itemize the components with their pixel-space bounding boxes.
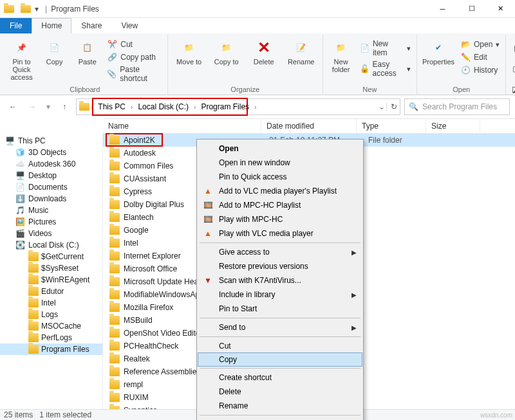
tab-view[interactable]: View <box>111 18 147 33</box>
address-bar[interactable]: › This PC›Local Disk (C:)›Program Files›… <box>76 98 400 115</box>
pin-icon: 📌 <box>12 39 32 57</box>
ctx-give-access[interactable]: Give access to▶ <box>198 245 362 259</box>
properties-button[interactable]: ✔Properties <box>421 36 456 66</box>
ctx-delete[interactable]: Delete <box>198 385 362 399</box>
easy-access-button[interactable]: 🔓Easy access ▾ <box>358 59 413 78</box>
ctx-pin-quick-access[interactable]: Pin to Quick access <box>198 170 362 184</box>
folder-icon <box>109 200 120 209</box>
chevron-right-icon[interactable]: › <box>89 104 94 111</box>
address-history-dropdown[interactable]: ⌄ <box>379 102 385 111</box>
folder-icon <box>28 298 39 307</box>
ctx-open[interactable]: Open <box>198 142 362 156</box>
folder-icon <box>109 316 120 325</box>
ctx-properties[interactable]: Properties <box>198 417 362 420</box>
back-button[interactable]: ← <box>5 99 21 114</box>
tree-item[interactable]: Program Files <box>0 343 102 355</box>
tab-home[interactable]: Home <box>32 18 71 33</box>
qat-explorer-icon[interactable] <box>21 5 31 13</box>
chevron-right-icon[interactable]: › <box>192 104 197 111</box>
ctx-mpc-play[interactable]: 🎞️Play with MPC-HC <box>198 212 362 226</box>
folder-icon <box>109 213 120 222</box>
breadcrumb[interactable]: Local Disk (C:) <box>136 101 190 113</box>
ctx-rename[interactable]: Rename <box>198 399 362 413</box>
search-input[interactable]: 🔍 Search Program Files <box>404 98 510 115</box>
tree-item[interactable]: ☁️Autodesk 360 <box>0 158 102 170</box>
maximize-button[interactable]: ☐ <box>457 0 486 18</box>
invert-selection-button[interactable]: ◪Invert selection <box>510 80 515 99</box>
ctx-open-new-window[interactable]: Open in new window <box>198 156 362 170</box>
column-name[interactable]: Name <box>103 119 261 133</box>
select-none-button[interactable]: ▢Select none <box>510 59 515 78</box>
tree-item[interactable]: 🖼️Pictures <box>0 216 102 228</box>
tree-item[interactable]: MSOCache <box>0 320 102 332</box>
tree-item[interactable]: 🖥️This PC <box>0 135 102 147</box>
close-button[interactable]: ✕ <box>486 0 515 18</box>
tree-item[interactable]: 🖥️Desktop <box>0 170 102 181</box>
up-button[interactable]: ↑ <box>57 99 72 114</box>
ctx-mpc-playlist[interactable]: 🎞️Add to MPC-HC Playlist <box>198 198 362 212</box>
forward-button[interactable]: → <box>24 99 40 114</box>
breadcrumb[interactable]: This PC <box>97 101 127 113</box>
tree-item[interactable]: Edutor <box>0 286 102 297</box>
tree-item[interactable]: $SysReset <box>0 262 102 274</box>
ctx-create-shortcut[interactable]: Create shortcut <box>198 370 362 385</box>
ctx-send-to[interactable]: Send to▶ <box>198 320 362 334</box>
folder-icon <box>28 322 39 331</box>
copy-to-button[interactable]: 📁Copy to <box>209 36 244 66</box>
search-icon: 🔍 <box>409 102 418 111</box>
ctx-cut[interactable]: Cut <box>198 339 362 353</box>
tree-item[interactable]: Logs <box>0 309 102 320</box>
tree-item[interactable]: ⬇️Downloads <box>0 193 102 205</box>
tree-item[interactable]: 💽Local Disk (C:) <box>0 239 102 251</box>
history-button[interactable]: 🕘History <box>458 64 501 76</box>
ctx-k7-scan[interactable]: ▼Scan with K7AntiVirus... <box>198 273 362 288</box>
ctx-restore-versions[interactable]: Restore previous versions <box>198 259 362 273</box>
column-date[interactable]: Date modified <box>261 119 357 133</box>
delete-button[interactable]: ✕Delete <box>247 36 281 66</box>
tree-item[interactable]: 🎬Videos <box>0 228 102 239</box>
chevron-right-icon[interactable]: › <box>253 104 258 111</box>
copy-button[interactable]: 📄Copy <box>39 36 70 66</box>
paste-shortcut-button[interactable]: 📎Paste shortcut <box>105 64 163 84</box>
new-folder-button[interactable]: 📁New folder <box>327 36 355 73</box>
copy-path-button[interactable]: 🔗Copy path <box>105 51 163 63</box>
tree-item-label: Local Disk (C:) <box>28 241 79 250</box>
tree-item[interactable]: 🧊3D Objects <box>0 147 102 158</box>
qat-dropdown-icon[interactable]: ▾ <box>32 5 41 14</box>
tab-file[interactable]: File <box>0 18 32 33</box>
column-size[interactable]: Size <box>426 119 480 133</box>
tree-item[interactable]: 📄Documents <box>0 181 102 193</box>
ctx-pin-start[interactable]: Pin to Start <box>198 302 362 316</box>
chevron-right-icon[interactable]: › <box>129 104 134 111</box>
docs-icon: 📄 <box>15 183 26 192</box>
tree-item[interactable]: PerfLogs <box>0 332 102 343</box>
pin-quick-access-button[interactable]: 📌Pin to Quick access <box>6 36 37 81</box>
ctx-vlc-play[interactable]: ▲Play with VLC media player <box>198 226 362 241</box>
open-button[interactable]: 📂Open ▾ <box>458 39 501 50</box>
ctx-vlc-playlist[interactable]: ▲Add to VLC media player's Playlist <box>198 184 362 198</box>
recent-dropdown-icon[interactable]: ▾ <box>44 99 53 114</box>
cut-button[interactable]: ✂️Cut <box>105 39 163 50</box>
paste-button[interactable]: 📋Paste <box>72 36 102 66</box>
folder-icon <box>109 290 120 299</box>
ctx-copy[interactable]: Copy <box>198 352 362 367</box>
minimize-button[interactable]: ─ <box>428 0 457 18</box>
disk-icon: 💽 <box>15 241 26 250</box>
tree-item[interactable]: Intel <box>0 297 102 309</box>
ctx-include-library[interactable]: Include in library▶ <box>198 288 362 302</box>
new-item-button[interactable]: 📄New item ▾ <box>358 39 413 58</box>
select-all-button[interactable]: ▦Select all <box>510 39 515 58</box>
invert-selection-icon: ◪ <box>512 84 515 95</box>
folder-icon <box>109 226 120 235</box>
tab-share[interactable]: Share <box>71 18 111 33</box>
tree-item[interactable]: $GetCurrent <box>0 251 102 262</box>
rename-button[interactable]: 📝Rename <box>284 36 319 66</box>
breadcrumb[interactable]: Program Files <box>200 101 250 113</box>
column-type[interactable]: Type <box>357 119 426 133</box>
chevron-right-icon: ▶ <box>351 291 357 298</box>
refresh-button[interactable]: ↻ <box>386 102 397 111</box>
tree-item[interactable]: 🎵Music <box>0 205 102 216</box>
move-to-button[interactable]: 📁Move to <box>172 36 207 66</box>
tree-item[interactable]: $WinREAgent <box>0 274 102 286</box>
edit-button[interactable]: ✏️Edit <box>458 51 501 63</box>
